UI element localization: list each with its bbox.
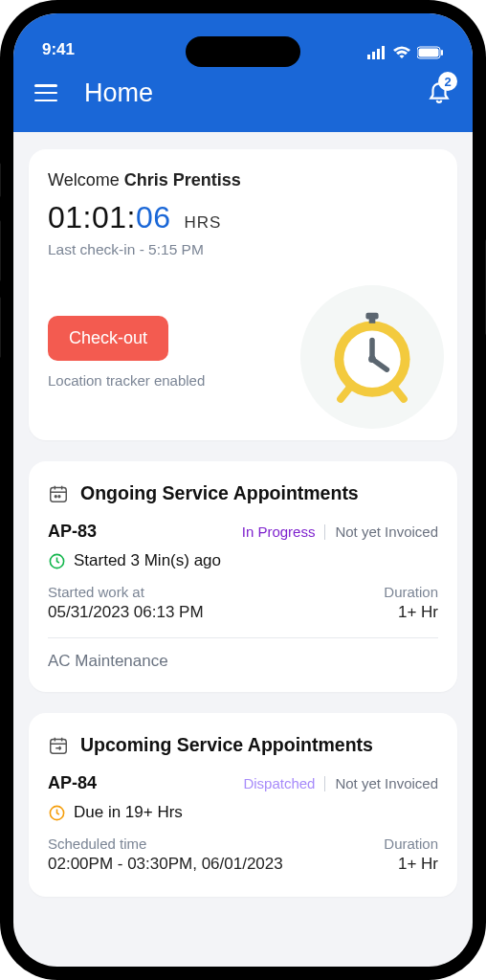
svg-rect-5: [419, 49, 439, 57]
upcoming-due-row: Due in 19+ Hrs: [48, 803, 438, 822]
status-icons: [367, 46, 444, 59]
svg-point-14: [58, 495, 60, 497]
welcome-bottom: Check-out Location tracker enabled: [48, 285, 438, 419]
ongoing-started-label: Started work at: [48, 584, 204, 600]
hrs-label: HRS: [185, 213, 222, 233]
welcome-line: Welcome Chris Prentiss: [48, 170, 438, 190]
timer: 01:01:06: [48, 200, 171, 235]
notifications-badge: 2: [438, 72, 457, 91]
timer-row: 01:01:06 HRS: [48, 200, 438, 235]
timer-sec: 06: [136, 200, 171, 234]
ongoing-meta: Started work at 05/31/2023 06:13 PM Dura…: [48, 584, 438, 622]
wifi-icon: [392, 46, 411, 59]
phone-screen: 9:41 Home 2 Welcome Chris Prentiss: [13, 13, 473, 967]
clock-illustration: [300, 285, 444, 429]
clock-icon: [48, 804, 66, 822]
volume-up-button: [0, 220, 1, 281]
upcoming-due-text: Due in 19+ Hrs: [74, 803, 183, 822]
menu-icon[interactable]: [34, 84, 57, 101]
upcoming-duration-value: 1+ Hr: [384, 855, 438, 874]
svg-rect-16: [51, 739, 67, 753]
upcoming-card[interactable]: Upcoming Service Appointments AP-84 Disp…: [29, 713, 457, 897]
upcoming-meta: Scheduled time 02:00PM - 03:30PM, 06/01/…: [48, 835, 438, 874]
ongoing-card[interactable]: Ongoing Service Appointments AP-83 In Pr…: [29, 461, 457, 692]
upcoming-sched-label: Scheduled time: [48, 835, 283, 852]
svg-rect-10: [369, 317, 376, 323]
divider: [324, 524, 325, 540]
svg-rect-0: [367, 55, 370, 59]
upcoming-sched-value: 02:00PM - 03:30PM, 06/01/2023: [48, 855, 283, 874]
svg-rect-12: [51, 487, 67, 501]
upcoming-duration-label: Duration: [384, 835, 438, 852]
svg-rect-1: [372, 52, 375, 59]
upcoming-appt-head: AP-84 Dispatched Not yet Invoiced: [48, 773, 438, 793]
svg-rect-6: [441, 50, 443, 56]
svg-rect-3: [382, 46, 385, 59]
status-time: 9:41: [42, 40, 75, 59]
top-bar: Home 2: [13, 61, 473, 132]
upcoming-header: Upcoming Service Appointments: [48, 734, 438, 756]
ongoing-status: In Progress: [242, 523, 316, 540]
upcoming-invoice-status: Not yet Invoiced: [335, 775, 438, 791]
ongoing-appt-head: AP-83 In Progress Not yet Invoiced: [48, 522, 438, 542]
notifications-button[interactable]: 2: [427, 78, 452, 108]
calendar-arrow-icon: [48, 735, 69, 756]
upcoming-title: Upcoming Service Appointments: [80, 734, 373, 756]
svg-rect-2: [377, 49, 380, 59]
ongoing-started-ago: Started 3 Min(s) ago: [74, 551, 221, 570]
last-checkin: Last check-in - 5:15 PM: [48, 241, 438, 258]
svg-point-13: [55, 495, 56, 497]
ongoing-type: AC Maintenance: [48, 652, 438, 671]
svg-point-11: [368, 355, 376, 363]
ongoing-started-value: 05/31/2023 06:13 PM: [48, 603, 204, 622]
divider: [48, 637, 438, 638]
phone-frame: 9:41 Home 2 Welcome Chris Prentiss: [0, 0, 486, 980]
user-name: Chris Prentiss: [124, 170, 241, 189]
tracker-status: Location tracker enabled: [48, 372, 205, 389]
upcoming-status-row: Dispatched Not yet Invoiced: [243, 775, 438, 791]
welcome-prefix: Welcome: [48, 170, 124, 189]
ongoing-status-row: In Progress Not yet Invoiced: [242, 523, 438, 540]
cellular-icon: [367, 46, 387, 59]
welcome-card: Welcome Chris Prentiss 01:01:06 HRS Last…: [29, 149, 457, 440]
upcoming-status: Dispatched: [243, 775, 315, 791]
ongoing-title: Ongoing Service Appointments: [80, 482, 359, 504]
ongoing-appt-id: AP-83: [48, 522, 97, 542]
side-button: [0, 163, 1, 197]
upcoming-appt-id: AP-84: [48, 773, 97, 793]
battery-icon: [417, 46, 444, 59]
volume-down-button: [0, 297, 1, 358]
ongoing-duration-value: 1+ Hr: [384, 603, 438, 622]
content: Welcome Chris Prentiss 01:01:06 HRS Last…: [13, 132, 473, 967]
page-title: Home: [84, 78, 427, 108]
divider: [324, 776, 325, 791]
calendar-icon: [48, 483, 69, 504]
ongoing-invoice-status: Not yet Invoiced: [335, 523, 438, 540]
ongoing-started-row: Started 3 Min(s) ago: [48, 551, 438, 570]
ongoing-header: Ongoing Service Appointments: [48, 482, 438, 504]
ongoing-duration-label: Duration: [384, 584, 438, 600]
alarm-clock-icon: [320, 304, 425, 410]
timer-hm: 01:01:: [48, 200, 136, 234]
clock-icon: [48, 552, 66, 570]
checkout-button[interactable]: Check-out: [48, 316, 168, 361]
notch: [186, 36, 300, 67]
